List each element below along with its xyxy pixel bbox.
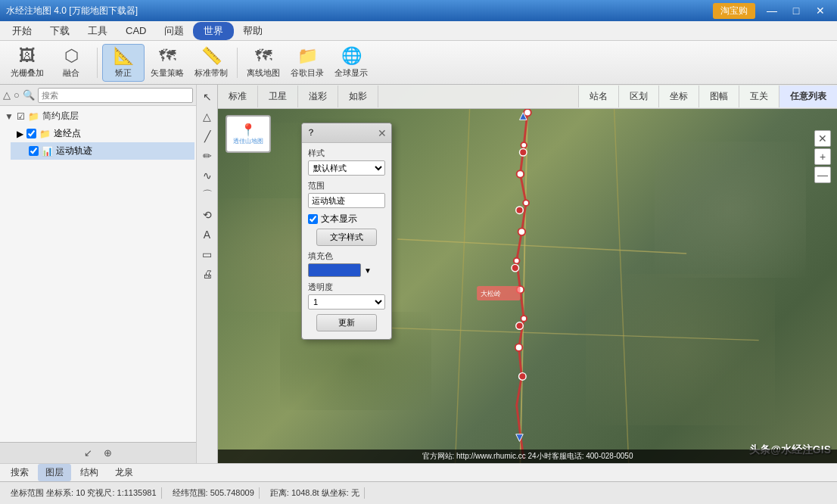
map-tab-zone[interactable]: 区划 bbox=[618, 86, 658, 107]
svg-point-5 bbox=[524, 109, 531, 117]
menu-item-3[interactable]: CAD bbox=[117, 23, 155, 39]
map-tab-color[interactable]: 溢彩 bbox=[298, 86, 338, 107]
draw-polyline-btn[interactable]: ⌒ bbox=[198, 186, 216, 204]
layer-item-track[interactable]: 📊 运动轨迹 bbox=[11, 142, 194, 160]
dialog-text-label: 文本显示 bbox=[321, 213, 357, 226]
draw-tools-sidebar: ↖ △ ╱ ✏ ∿ ⌒ ⟲ A ▭ 🖨 bbox=[197, 85, 218, 463]
bottom-tab-structure[interactable]: 结构 bbox=[73, 464, 106, 481]
lp-arrow-icon[interactable]: ↙ bbox=[80, 445, 97, 462]
layer-header[interactable]: ▼ ☑ 📁 简约底层 bbox=[2, 107, 194, 125]
draw-pen-btn[interactable]: ✏ bbox=[198, 147, 216, 165]
toolbar-btn-7[interactable]: 🌐全球显示 bbox=[330, 44, 372, 82]
search-circle-icon: ○ bbox=[14, 89, 20, 101]
search-magnify-icon: 🔍 bbox=[23, 89, 35, 101]
status-coord: 坐标范围 坐标系: 10 究视尺: 1:1135981 bbox=[6, 487, 162, 499]
left-panel-bottom: ↙ ⊕ bbox=[0, 442, 196, 463]
draw-arrow-btn[interactable]: ↖ bbox=[198, 88, 216, 106]
zoom-close-btn[interactable]: ✕ bbox=[814, 130, 831, 147]
dialog-range-input[interactable] bbox=[308, 193, 385, 208]
dialog-opacity-select[interactable]: 1 bbox=[308, 294, 385, 310]
toolbar-btn-4[interactable]: 📏标准带制 bbox=[190, 44, 232, 82]
zoom-minus-btn[interactable]: — bbox=[814, 166, 831, 183]
layer-item-waypoint[interactable]: ▶ 📁 途经点 bbox=[11, 125, 194, 142]
layer-checkbox-track[interactable] bbox=[29, 146, 39, 156]
menu-item-0[interactable]: 开始 bbox=[3, 22, 41, 40]
map-area[interactable]: 大松岭 标准 卫星 溢彩 如影 站名 区划 坐标 图幅 互关 任意列表 📍 透佳… bbox=[218, 85, 837, 463]
dialog-color-arrow[interactable]: ▼ bbox=[364, 266, 372, 275]
toolbar-btn-1[interactable]: ⬡融合 bbox=[50, 44, 92, 82]
toolbar-btn-6[interactable]: 📁谷歌目录 bbox=[286, 44, 328, 82]
dialog-text-style-button[interactable]: 文字样式 bbox=[316, 229, 377, 246]
svg-point-18 bbox=[519, 373, 527, 381]
google-maps-logo: 📍 透佳山地图 bbox=[226, 115, 271, 153]
status-distance: 距离: 1048.8t 纵坐标: 无 bbox=[266, 487, 365, 499]
svg-point-7 bbox=[517, 170, 524, 178]
dialog-fillcolor-label: 填充色 bbox=[308, 250, 385, 262]
dialog-opacity-label: 透明度 bbox=[308, 282, 385, 293]
toolbar-divider-1 bbox=[97, 48, 98, 78]
map-tab-anylist[interactable]: 任意列表 bbox=[779, 86, 837, 107]
menu-item-4[interactable]: 问题 bbox=[155, 22, 193, 40]
toolbar-btn-2[interactable]: 📐矫正 bbox=[102, 44, 145, 82]
website-bar: 官方网站: http://www.rhumic.cc 24小时客服电话: 400… bbox=[218, 450, 837, 463]
svg-point-11 bbox=[517, 286, 524, 294]
menu-bar: 开始下载工具CAD问题世界帮助 bbox=[0, 21, 837, 41]
dialog-color-picker[interactable] bbox=[308, 263, 361, 277]
draw-rect-btn[interactable]: ▭ bbox=[198, 245, 216, 263]
draw-text-btn[interactable]: A bbox=[198, 226, 216, 244]
menu-item-5[interactable]: 世界 bbox=[193, 22, 234, 40]
dialog-style-select[interactable]: 默认样式 bbox=[308, 160, 385, 176]
status-longlat: 经纬范围: 505.748009 bbox=[168, 487, 260, 499]
zoom-plus-btn[interactable]: + bbox=[814, 148, 831, 165]
svg-point-15 bbox=[516, 207, 524, 214]
svg-line-3 bbox=[455, 109, 469, 463]
lp-circle-icon[interactable]: ⊕ bbox=[100, 445, 117, 462]
toolbar-btn-3[interactable]: 🗺矢量策略 bbox=[146, 44, 188, 82]
search-bar: △ ○ 🔍 bbox=[0, 85, 196, 106]
map-tab-satellite[interactable]: 卫星 bbox=[258, 86, 298, 107]
bottom-tabs: 搜索 图层 结构 龙泉 bbox=[0, 463, 837, 481]
minimize-button[interactable]: — bbox=[761, 3, 783, 18]
svg-point-14 bbox=[519, 149, 527, 157]
dialog-apply-button[interactable]: 更新 bbox=[316, 314, 377, 331]
dialog-help-icon[interactable]: ？ bbox=[306, 126, 316, 139]
bottom-tab-search[interactable]: 搜索 bbox=[3, 464, 36, 481]
toolbar-btn-0[interactable]: 🖼光栅叠加 bbox=[6, 44, 48, 82]
bottom-tab-layer[interactable]: 图层 bbox=[38, 464, 71, 481]
draw-rotate-btn[interactable]: ⟲ bbox=[198, 206, 216, 224]
bottom-tab-attr[interactable]: 龙泉 bbox=[107, 464, 141, 481]
svg-point-12 bbox=[521, 316, 527, 322]
toolbar-btn-5[interactable]: 🗺离线地图 bbox=[242, 44, 285, 82]
maximize-button[interactable]: □ bbox=[786, 3, 807, 18]
draw-line-btn[interactable]: ╱ bbox=[198, 127, 216, 145]
menu-item-6[interactable]: 帮助 bbox=[234, 22, 272, 40]
layer-checkbox-waypoint[interactable] bbox=[26, 129, 36, 138]
dialog-text-checkbox[interactable] bbox=[308, 214, 318, 224]
zoom-controls: ✕ + — bbox=[814, 130, 831, 183]
style-dialog: ？ ✕ 样式 默认样式 范围 bbox=[301, 123, 392, 340]
close-button[interactable]: ✕ bbox=[810, 3, 831, 18]
map-tab-station[interactable]: 站名 bbox=[578, 86, 618, 107]
login-button[interactable]: 淘宝购 bbox=[713, 3, 755, 19]
map-tab-standard[interactable]: 标准 bbox=[218, 86, 258, 107]
svg-marker-19 bbox=[519, 113, 527, 120]
dialog-range-label: 范围 bbox=[308, 180, 385, 191]
left-panel: △ ○ 🔍 ▼ ☑ 📁 简约底层 ▶ 📁 途经点 bbox=[0, 85, 197, 463]
title-bar: 水经注地图 4.0 [万能地图下载器] 淘宝购 — □ ✕ bbox=[0, 0, 837, 21]
menu-item-2[interactable]: 工具 bbox=[79, 22, 117, 40]
map-tab-extent[interactable]: 图幅 bbox=[699, 86, 739, 107]
draw-curve-btn[interactable]: ∿ bbox=[198, 166, 216, 185]
draw-print-btn[interactable]: 🖨 bbox=[198, 265, 216, 283]
map-tab-interact[interactable]: 互关 bbox=[739, 86, 779, 107]
svg-marker-20 bbox=[516, 434, 524, 442]
dialog-style-label: 样式 bbox=[308, 148, 385, 159]
search-input[interactable] bbox=[38, 88, 193, 103]
map-tab-shadow[interactable]: 如影 bbox=[338, 86, 378, 107]
menu-item-1[interactable]: 下载 bbox=[41, 22, 79, 40]
svg-point-16 bbox=[512, 264, 519, 272]
map-tab-coord[interactable]: 坐标 bbox=[658, 86, 699, 107]
draw-triangle-btn[interactable]: △ bbox=[198, 107, 216, 126]
dialog-close-button[interactable]: ✕ bbox=[378, 127, 387, 139]
search-shape-icon: △ bbox=[3, 89, 11, 101]
layer-panel: ▼ ☑ 📁 简约底层 ▶ 📁 途经点 📊 运动轨迹 bbox=[0, 106, 196, 442]
